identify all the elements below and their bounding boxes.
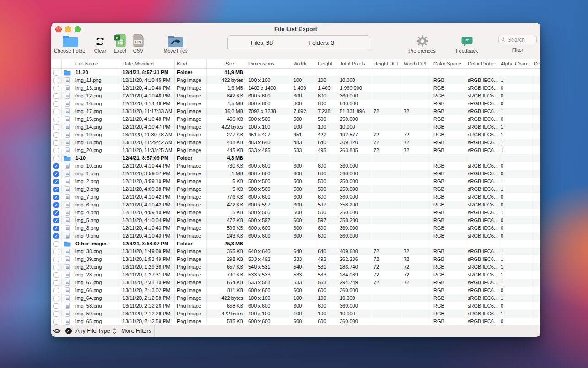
row-checkbox[interactable]: ✓ — [53, 163, 59, 169]
file-row[interactable]: img_19.png13/11/20, 11:30:48 AMPng Image… — [51, 131, 540, 139]
row-checkbox[interactable] — [53, 78, 59, 83]
file-row[interactable]: img_64.png13/11/20, 2:12:58 PMPng Image4… — [51, 294, 540, 302]
file-row[interactable]: ✓img_2.png12/11/20, 3:59:10 PMPng Image5… — [51, 178, 540, 185]
excel-export-button[interactable]: X Excel — [110, 34, 130, 54]
move-files-button[interactable]: Move Files — [161, 34, 190, 54]
row-checkbox[interactable] — [53, 280, 59, 286]
file-row[interactable]: img_39.png13/11/20, 1:53:49 PMPng Image2… — [51, 255, 540, 263]
feedback-button[interactable]: ” Feedback — [451, 34, 483, 54]
folder-row[interactable]: 11-2012/4/21, 8:57:31 PMFolder41,9 MB — [51, 69, 540, 76]
file-row[interactable]: img_12.png12/11/20, 4:10:46 PMPng Image8… — [51, 92, 540, 100]
row-checkbox[interactable] — [53, 148, 59, 153]
file-row[interactable]: img_28.png13/11/20, 1:27:31 PMPng Image7… — [51, 271, 540, 279]
header-height[interactable]: Height — [315, 59, 337, 68]
header-width[interactable]: Width — [291, 59, 315, 68]
folder-row[interactable]: 1-1012/4/21, 8:57:09 PMFolder4,3 MB — [51, 154, 540, 162]
file-row[interactable]: img_16.png12/11/20, 4:14:46 PMPng Image1… — [51, 100, 540, 108]
file-row[interactable]: ✓img_3.png12/11/20, 4:09:38 PMPng Image5… — [51, 185, 540, 193]
row-checkbox[interactable]: ✓ — [53, 218, 59, 223]
folder-row[interactable]: Other Images12/4/21, 8:58:07 PMFolder25,… — [51, 240, 540, 248]
visibility-filter-button[interactable] — [51, 325, 63, 337]
row-checkbox[interactable] — [53, 311, 59, 317]
csv-export-button[interactable]: CSV CSV — [128, 34, 148, 54]
header-size[interactable]: Size — [207, 59, 246, 68]
choose-folder-button[interactable]: Choose Folder — [51, 34, 90, 54]
row-checkbox[interactable] — [53, 241, 59, 247]
row-checkbox[interactable]: ✓ — [53, 179, 59, 184]
row-checkbox[interactable] — [53, 101, 59, 107]
row-checkbox[interactable]: ✓ — [53, 187, 59, 192]
header-date-modified[interactable]: Date Modified — [120, 59, 175, 68]
file-row[interactable]: img_20.png13/11/20, 11:33:25 AMPng Image… — [51, 146, 540, 154]
clear-button[interactable]: Clear — [90, 34, 110, 54]
preferences-button[interactable]: Preferences — [404, 34, 440, 54]
row-checkbox[interactable]: ✓ — [53, 195, 59, 200]
file-row[interactable]: ✓img_6.png12/11/20, 4:10:42 PMPng Image4… — [51, 201, 540, 209]
header-alpha-channel[interactable]: Alpha Chan... — [498, 59, 531, 68]
row-checkbox[interactable] — [53, 257, 59, 262]
row-checkbox[interactable] — [53, 296, 59, 301]
row-checkbox[interactable] — [53, 93, 59, 99]
file-row[interactable]: ✓img_4.png12/11/20, 4:09:40 PMPng Image5… — [51, 209, 540, 216]
row-icon-cell — [62, 170, 73, 178]
file-row[interactable]: ✓img_1.png12/11/20, 3:59:07 PMPng Image1… — [51, 170, 540, 178]
file-row[interactable]: ✓img_7.png12/11/20, 4:10:42 PMPng Image7… — [51, 193, 540, 201]
row-checkbox[interactable] — [53, 288, 59, 293]
file-row[interactable]: img_67.png13/11/20, 2:31:10 PMPng Image6… — [51, 279, 540, 287]
row-checkbox[interactable] — [53, 303, 59, 309]
cell-total-pixels: 360.000 — [337, 224, 371, 232]
cell-alpha-channel: 1 — [498, 263, 531, 271]
file-row[interactable]: ✓img_5.png12/11/20, 4:10:04 PMPng Image4… — [51, 216, 540, 224]
search-input[interactable] — [507, 36, 534, 43]
row-checkbox[interactable]: ✓ — [53, 202, 59, 208]
header-color-profile[interactable]: Color Profile — [465, 59, 498, 68]
row-checkbox[interactable]: ✓ — [53, 226, 59, 231]
file-type-dropdown[interactable]: Any File Type — [74, 325, 118, 337]
file-row[interactable]: img_58.png13/11/20, 2:12:26 PMPng Image6… — [51, 302, 540, 310]
row-checkbox[interactable] — [53, 117, 59, 122]
header-dimensions[interactable]: Dimensions — [246, 59, 291, 68]
file-row[interactable]: img_17.png13/11/20, 11:17:33 AMPng Image… — [51, 108, 540, 115]
search-field[interactable] — [498, 35, 537, 44]
header-select[interactable] — [51, 59, 62, 68]
row-checkbox[interactable] — [53, 70, 59, 76]
row-checkbox[interactable] — [53, 124, 59, 130]
header-width-dpi[interactable]: Width DPI — [401, 59, 431, 68]
row-checkbox[interactable] — [53, 132, 59, 138]
header-creation[interactable]: Cr... — [531, 59, 540, 68]
row-checkbox[interactable] — [53, 265, 59, 270]
row-checkbox[interactable]: ✓ — [53, 210, 59, 216]
header-height-dpi[interactable]: Height DPI — [371, 59, 401, 68]
header-kind[interactable]: Kind — [175, 59, 207, 68]
file-row[interactable]: img_15.png12/11/20, 4:10:48 PMPng Image4… — [51, 115, 540, 123]
file-row[interactable]: img_29.png13/11/20, 1:29:38 PMPng Image6… — [51, 263, 540, 271]
file-row[interactable]: img_14.png12/11/20, 4:10:47 PMPng Image4… — [51, 123, 540, 131]
file-row[interactable]: img_18.png13/11/20, 11:29:42 AMPng Image… — [51, 139, 540, 146]
row-checkbox[interactable]: ✓ — [53, 233, 59, 239]
file-row[interactable]: img_38.png13/11/20, 1:49:09 PMPng Image3… — [51, 248, 540, 255]
row-checkbox[interactable]: ✓ — [53, 171, 59, 177]
row-checkbox[interactable] — [53, 140, 59, 146]
cell-file-name: 11-20 — [73, 69, 120, 76]
row-checkbox[interactable] — [53, 109, 59, 114]
cell-width: 600 — [291, 193, 315, 201]
file-row[interactable]: img_11.png12/11/20, 4:10:45 PMPng Image4… — [51, 76, 540, 84]
row-checkbox[interactable] — [53, 156, 59, 161]
file-row[interactable]: ✓img_9.png12/11/20, 4:10:43 PMPng Image2… — [51, 232, 540, 240]
row-checkbox[interactable] — [53, 272, 59, 278]
header-file-name[interactable]: File Name — [73, 59, 120, 68]
row-checkbox[interactable] — [53, 249, 59, 254]
more-filters-button[interactable]: More Filters — [118, 325, 155, 337]
header-color-space[interactable]: Color Space — [431, 59, 465, 68]
file-row[interactable]: img_59.png13/11/20, 2:12:29 PMPng Image4… — [51, 310, 540, 318]
file-row[interactable]: img_66.png13/11/20, 2:13:02 PMPng Image8… — [51, 287, 540, 294]
row-checkbox[interactable] — [53, 86, 59, 91]
row-icon-cell — [62, 216, 73, 224]
file-row[interactable]: ✓img_8.png12/11/20, 4:10:43 PMPng Image5… — [51, 224, 540, 232]
file-row[interactable]: img_13.png12/11/20, 4:10:46 PMPng Image1… — [51, 84, 540, 92]
row-checkbox[interactable] — [53, 319, 59, 325]
file-row[interactable]: ✓img_10.png12/11/20, 4:10:44 PMPng Image… — [51, 162, 540, 170]
header-total-pixels[interactable]: Total Pixels — [337, 59, 371, 68]
clear-filter-button[interactable]: × — [63, 325, 74, 337]
header-icon[interactable] — [62, 59, 73, 68]
